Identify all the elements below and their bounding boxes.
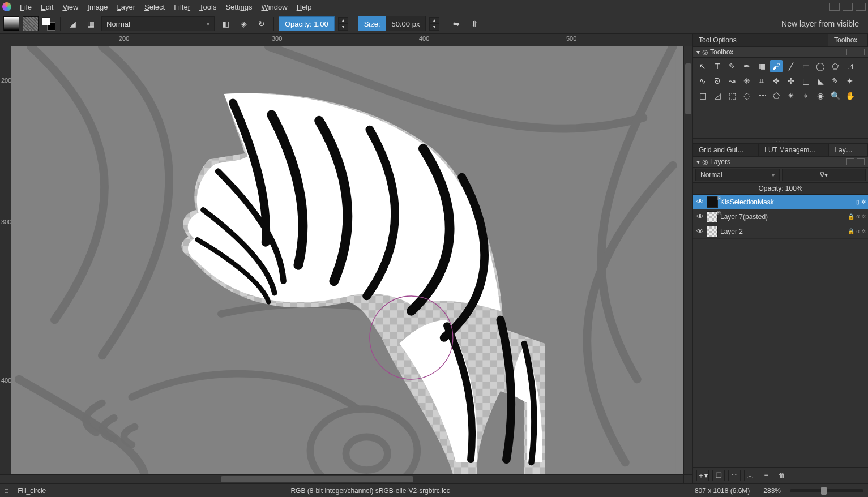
window-maximize-button[interactable] [843,3,853,11]
size-slider[interactable]: Size: 50.00 px [358,16,426,31]
tab-grid-guides[interactable]: Grid and Gui… [693,144,759,156]
brush-editor-button[interactable]: ◢ [65,16,80,31]
pattern-preset-button[interactable] [23,16,39,31]
contiguous-select-tool[interactable]: ✴ [785,89,797,102]
fill-tool[interactable]: ◣ [814,75,827,87]
menu-layer[interactable]: Layer [113,2,139,12]
tab-tool-options[interactable]: Tool Options [693,34,828,46]
delete-layer-button[interactable]: 🗑 [776,470,788,481]
menu-filter[interactable]: Filter [170,2,194,12]
size-spinner[interactable]: ▴▾ [429,17,439,31]
zoom-tool[interactable]: 🔍 [829,89,841,102]
layer-row[interactable]: 👁 Layer 2 🔒α✲ [693,224,868,239]
freehand-select-tool[interactable]: 〰 [755,89,768,102]
crop-tool[interactable]: ⌗ [755,75,768,87]
duplicate-layer-button[interactable]: ❐ [712,470,725,481]
window-close-button[interactable] [856,3,866,11]
visibility-toggle[interactable]: 👁 [695,198,704,206]
zoom-level[interactable]: 283% [759,487,785,495]
polygonal-select-tool[interactable]: ⬠ [770,89,783,102]
layer-row[interactable]: 👁 ⎘ Layer 7(pasted) 🔒α✲ [693,209,868,224]
move-layer-tool[interactable]: ✢ [785,75,797,87]
ruler-origin[interactable] [0,34,11,46]
tab-lut-management[interactable]: LUT Managem… [759,144,829,156]
blend-mode-combo[interactable]: Normal ▾ [101,16,215,31]
tab-layers[interactable]: Lay… [829,144,868,156]
pan-tool[interactable]: ✋ [844,89,856,102]
polygon-tool[interactable]: ⬠ [829,60,841,72]
layer-locks[interactable]: 🔒α✲ [848,213,866,220]
smart-patch-tool[interactable]: ✦ [844,75,856,87]
menu-tools[interactable]: Tools [195,2,220,12]
ellipse-select-tool[interactable]: ◌ [741,89,753,102]
gradient-preset-button[interactable] [3,16,19,31]
color-picker-tool[interactable]: ✎ [829,75,841,87]
menu-select[interactable]: Select [140,2,169,12]
move-layer-down-button[interactable]: ﹀ [728,470,741,481]
rect-select-tool[interactable]: ⬚ [726,89,738,102]
menu-view[interactable]: View [58,2,82,12]
perspective-tool[interactable]: ◫ [799,75,812,87]
canvas[interactable] [11,46,683,474]
menu-help[interactable]: Help [293,2,316,12]
vertical-scrollbar[interactable] [683,46,692,474]
layer-row[interactable]: 👁 ⎘ KisSelectionMask ▯✲ [693,195,868,209]
similar-select-tool[interactable]: ⌖ [799,89,812,102]
rectangle-tool[interactable]: ▭ [799,60,812,72]
menu-window[interactable]: Window [257,2,291,12]
bezier-select-tool[interactable]: ◉ [814,89,827,102]
visibility-toggle[interactable]: 👁 [695,212,704,221]
transform-tool[interactable]: ✥ [770,75,783,87]
add-layer-button[interactable]: ＋▾ [696,470,709,481]
opacity-slider[interactable]: Opacity: 1.00 [279,16,335,31]
text-tool[interactable]: T [711,60,724,72]
menu-image[interactable]: Image [83,2,112,12]
tab-toolbox[interactable]: Toolbox [828,34,868,46]
layer-blend-combo[interactable]: Normal ▾ [695,169,780,181]
dock-close-button[interactable] [857,49,865,55]
dock-splitter[interactable]: ····· [693,138,868,144]
dock-float-button[interactable] [846,158,854,165]
pattern-edit-tool[interactable]: ▦ [755,60,768,72]
move-tool[interactable]: ↖ [696,60,709,72]
toolbar-hint: New layer from visible [781,19,865,28]
line-tool[interactable]: ╱ [785,60,797,72]
eraser-toggle-button[interactable]: ◧ [218,16,233,31]
brush-tool[interactable]: 🖌 [770,60,783,72]
reload-preset-button[interactable]: ↻ [254,16,269,31]
visibility-toggle[interactable]: 👁 [695,227,704,235]
menu-file[interactable]: File [16,2,36,12]
horizontal-ruler[interactable]: 200 300 400 500 [11,34,692,46]
edit-shapes-tool[interactable]: ✎ [726,60,738,72]
layer-locks[interactable]: 🔒α✲ [848,228,866,234]
multibrush-tool[interactable]: ✳ [741,75,753,87]
bezier-tool[interactable]: ∿ [696,75,709,87]
dock-close-button[interactable] [857,158,865,165]
calligraphy-tool[interactable]: ✒ [741,60,753,72]
polyline-tool[interactable]: ⩘ [844,60,856,72]
horizontal-scrollbar[interactable] [11,475,683,483]
mirror-vertical-button[interactable]: ⥯ [467,16,482,31]
gradient-tool[interactable]: ▤ [696,89,709,102]
layer-filter-button[interactable]: ∇▾ [782,169,866,181]
measure-tool[interactable]: ◿ [711,89,724,102]
opacity-spinner[interactable]: ▴▾ [338,17,348,31]
ellipse-tool[interactable]: ◯ [814,60,827,72]
vertical-ruler[interactable]: 200 300 400 [0,46,11,474]
layer-properties-button[interactable]: ≡ [760,470,772,481]
layer-locks[interactable]: ▯✲ [856,199,866,205]
layer-opacity-slider[interactable]: Opacity: 100% [693,183,868,195]
window-minimize-button[interactable] [829,3,840,11]
dock-float-button[interactable] [846,49,854,55]
layer-blend-value: Normal [700,171,722,179]
zoom-slider[interactable] [790,489,863,492]
brush-presets-button[interactable]: ▦ [83,16,98,31]
alpha-lock-button[interactable]: ◈ [236,16,251,31]
color-swatch[interactable] [42,17,55,31]
dynamic-brush-tool[interactable]: ↝ [726,75,738,87]
freehand-path-tool[interactable]: ᘐ [711,75,724,87]
move-layer-up-button[interactable]: ︿ [744,470,756,481]
menu-edit[interactable]: Edit [37,2,57,12]
mirror-horizontal-button[interactable]: ⇋ [449,16,464,31]
menu-settings[interactable]: Settings [221,2,256,12]
